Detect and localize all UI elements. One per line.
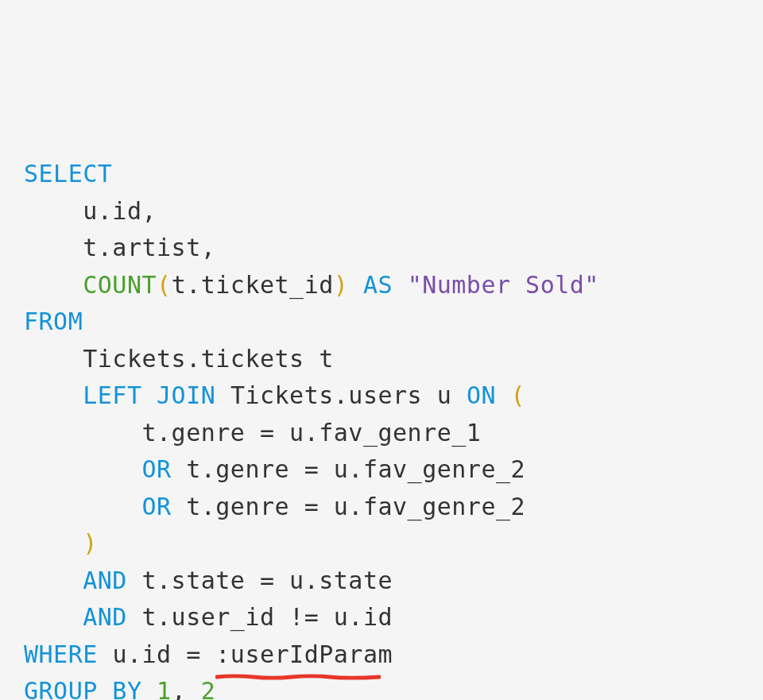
param-highlighted: :userIdParam [215,636,393,674]
red-underline-icon [215,674,381,680]
comma: , [172,677,187,700]
keyword-from: FROM [24,307,83,335]
cond-genre1: t.genre = u.fav_genre_1 [142,419,482,447]
cond-genre3: t.genre = u.fav_genre_2 [186,493,525,520]
param-userid: :userIdParam [215,640,393,668]
table-users: Tickets.users u [230,381,451,409]
col-uid: u.id, [83,197,157,225]
group-2: 2 [201,677,216,700]
keyword-select: SELECT [24,160,112,188]
table-tickets: Tickets.tickets t [83,345,334,373]
col-artist: t.artist, [83,234,215,261]
alias-number-sold: "Number Sold" [408,271,599,299]
keyword-or-1: OR [142,455,172,483]
paren-open: ( [157,271,172,299]
keyword-group-by: GROUP BY [24,677,142,700]
keyword-left-join: LEFT JOIN [83,381,215,409]
keyword-and-2: AND [83,603,127,631]
keyword-on: ON [467,381,496,409]
paren-open-2: ( [511,381,526,409]
sql-code-block: SELECT u.id, t.artist, COUNT(t.ticket_id… [24,156,739,700]
paren-close: ) [334,271,349,299]
keyword-where: WHERE [24,640,98,668]
paren-close-2: ) [83,529,98,557]
keyword-or-2: OR [142,493,172,520]
group-1: 1 [157,677,172,700]
cond-userid: t.user_id != u.id [142,603,393,631]
func-count: COUNT [83,271,157,299]
keyword-as: AS [363,271,393,299]
where-left: u.id = [112,640,200,668]
cond-state: t.state = u.state [142,567,393,594]
cond-genre2: t.genre = u.fav_genre_2 [186,455,525,483]
keyword-and-1: AND [83,567,127,594]
count-arg: t.ticket_id [172,271,334,299]
